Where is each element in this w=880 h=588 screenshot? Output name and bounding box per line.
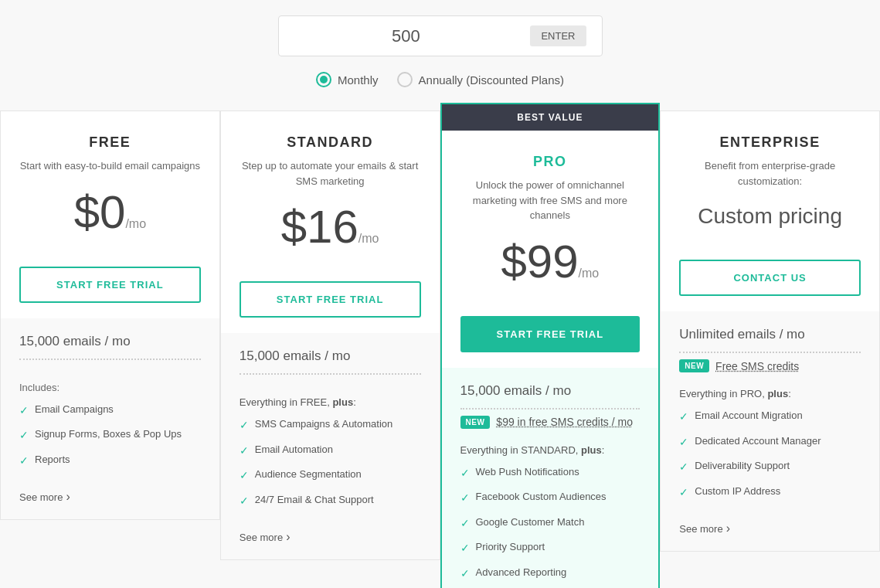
list-item: ✓Email Campaigns xyxy=(19,403,201,419)
check-icon: ✓ xyxy=(240,494,249,509)
plan-features-pro: 15,000 emails / mo NEW $99 in free SMS c… xyxy=(442,368,659,589)
plan-header-enterprise: ENTERPRISE Benefit from enterprise-grade… xyxy=(661,111,879,260)
plan-name-pro: PRO xyxy=(460,154,640,170)
annually-option[interactable]: Annually (Discounted Plans) xyxy=(397,72,564,87)
new-badge-pro: NEW xyxy=(460,416,491,429)
plan-card-pro: BEST VALUE PRO Unlock the power of omnic… xyxy=(440,103,661,588)
plan-description-enterprise: Benefit from enterprise-grade customizat… xyxy=(679,158,861,189)
enterprise-sms-row: NEW Free SMS credits xyxy=(679,359,861,372)
free-see-more[interactable]: See more xyxy=(19,490,70,504)
plan-name-standard: STANDARD xyxy=(240,134,421,151)
check-icon: ✓ xyxy=(240,418,249,433)
list-item: ✓Signup Forms, Boxes & Pop Ups xyxy=(19,427,201,444)
list-item: ✓SMS Campaigns & Automation xyxy=(240,417,421,433)
pro-sms-text: $99 in free SMS credits / mo xyxy=(496,416,633,428)
plan-features-standard: 15,000 emails / mo Everything in FREE, p… xyxy=(221,333,440,559)
enterprise-everything-in: Everything in PRO, plus: xyxy=(679,388,861,399)
plan-price-pro: $99/mo xyxy=(460,239,640,285)
check-icon: ✓ xyxy=(19,403,29,419)
pro-emails: 15,000 emails / mo xyxy=(460,383,640,410)
standard-see-more[interactable]: See more xyxy=(240,530,291,544)
list-item: ✓Priority Support xyxy=(460,540,640,556)
monthly-label: Monthly xyxy=(338,73,379,87)
custom-pricing-label: Custom pricing xyxy=(679,204,861,229)
list-item: ✓Email Automation xyxy=(240,443,421,459)
list-item: ✓Dedicated Account Manager xyxy=(679,434,861,450)
list-item: ✓Audience Segmentation xyxy=(240,467,421,484)
pro-sms-row: NEW $99 in free SMS credits / mo xyxy=(460,416,640,429)
list-item: ✓Custom IP Address xyxy=(679,484,861,501)
annually-radio[interactable] xyxy=(397,72,413,87)
check-icon: ✓ xyxy=(460,516,470,532)
enterprise-sms-text: Free SMS credits xyxy=(715,360,799,372)
free-cta-button[interactable]: START FREE TRIAL xyxy=(19,267,201,303)
price-amount-free: $0 xyxy=(74,186,126,238)
price-period-standard: /mo xyxy=(358,232,379,245)
best-value-banner: BEST VALUE xyxy=(442,104,659,131)
check-icon: ✓ xyxy=(679,485,688,501)
price-amount-pro: $99 xyxy=(501,236,578,287)
slider-box: 500 ENTER xyxy=(278,15,603,56)
list-item: ✓24/7 Email & Chat Support xyxy=(240,493,421,509)
check-icon: ✓ xyxy=(240,468,249,484)
plan-card-enterprise: ENTERPRISE Benefit from enterprise-grade… xyxy=(660,110,880,552)
list-item: ✓Deliverability Support xyxy=(679,459,861,475)
plan-description-pro: Unlock the power of omnichannel marketin… xyxy=(460,178,640,223)
new-badge-enterprise: NEW xyxy=(679,359,709,372)
plan-features-enterprise: Unlimited emails / mo NEW Free SMS credi… xyxy=(661,311,879,551)
monthly-radio[interactable] xyxy=(316,72,331,87)
check-icon: ✓ xyxy=(19,428,29,444)
pro-cta-button[interactable]: START FREE TRIAL xyxy=(460,316,640,352)
free-feature-list: ✓Email Campaigns ✓Signup Forms, Boxes & … xyxy=(19,403,201,469)
plan-price-standard: $16/mo xyxy=(240,204,421,250)
plan-name-enterprise: ENTERPRISE xyxy=(679,134,861,151)
check-icon: ✓ xyxy=(460,466,470,481)
check-icon: ✓ xyxy=(460,491,470,506)
standard-emails: 15,000 emails / mo xyxy=(240,348,421,375)
enterprise-cta-button[interactable]: CONTACT US xyxy=(679,260,861,296)
free-includes-label: Includes: xyxy=(19,382,201,393)
plan-description-standard: Step up to automate your emails & start … xyxy=(240,158,421,189)
standard-everything-in: Everything in FREE, plus: xyxy=(240,396,421,408)
check-icon: ✓ xyxy=(240,444,249,459)
enterprise-emails: Unlimited emails / mo xyxy=(679,327,861,353)
price-period-pro: /mo xyxy=(579,267,600,280)
pro-everything-in: Everything in STANDARD, plus: xyxy=(460,444,640,456)
list-item: ✓Web Push Notifications xyxy=(460,465,640,481)
slider-section: 500 ENTER xyxy=(0,15,880,56)
list-item: ✓Email Account Migration xyxy=(679,409,861,425)
check-icon: ✓ xyxy=(679,460,688,475)
standard-feature-list: ✓SMS Campaigns & Automation ✓Email Autom… xyxy=(240,417,421,508)
check-icon: ✓ xyxy=(19,454,29,469)
price-period-free: /mo xyxy=(125,217,146,230)
plan-header-pro: PRO Unlock the power of omnichannel mark… xyxy=(442,131,659,316)
check-icon: ✓ xyxy=(460,566,470,582)
plan-header-free: FREE Start with easy-to-build email camp… xyxy=(1,111,219,267)
plan-price-free: $0/mo xyxy=(19,189,201,236)
plan-description-free: Start with easy-to-build email campaigns xyxy=(19,158,201,174)
plan-price-enterprise: Custom pricing xyxy=(679,204,861,229)
pro-feature-list: ✓Web Push Notifications ✓Facebook Custom… xyxy=(460,465,640,582)
list-item: ✓Google Customer Match xyxy=(460,515,640,532)
check-icon: ✓ xyxy=(460,541,470,556)
enter-button[interactable]: ENTER xyxy=(530,25,586,46)
plan-name-free: FREE xyxy=(19,134,201,151)
enterprise-see-more[interactable]: See more xyxy=(679,522,730,535)
check-icon: ✓ xyxy=(679,435,688,450)
slider-value: 500 xyxy=(294,26,518,46)
standard-cta-button[interactable]: START FREE TRIAL xyxy=(240,281,421,318)
list-item: ✓Reports xyxy=(19,453,201,469)
free-emails: 15,000 emails / mo xyxy=(19,334,201,360)
price-amount-standard: $16 xyxy=(281,201,358,253)
plan-features-free: 15,000 emails / mo Includes: ✓Email Camp… xyxy=(1,318,219,520)
plans-grid: FREE Start with easy-to-build email camp… xyxy=(0,110,880,588)
plan-header-standard: STANDARD Step up to automate your emails… xyxy=(221,111,440,281)
annually-label: Annually (Discounted Plans) xyxy=(419,73,564,87)
list-item: ✓Advanced Reporting xyxy=(460,566,640,582)
list-item: ✓Facebook Custom Audiences xyxy=(460,490,640,506)
billing-toggle: Monthly Annually (Discounted Plans) xyxy=(0,72,880,87)
plan-card-free: FREE Start with easy-to-build email camp… xyxy=(0,110,220,520)
plan-card-standard: STANDARD Step up to automate your emails… xyxy=(220,110,440,560)
monthly-option[interactable]: Monthly xyxy=(316,72,379,87)
check-icon: ✓ xyxy=(679,410,688,425)
